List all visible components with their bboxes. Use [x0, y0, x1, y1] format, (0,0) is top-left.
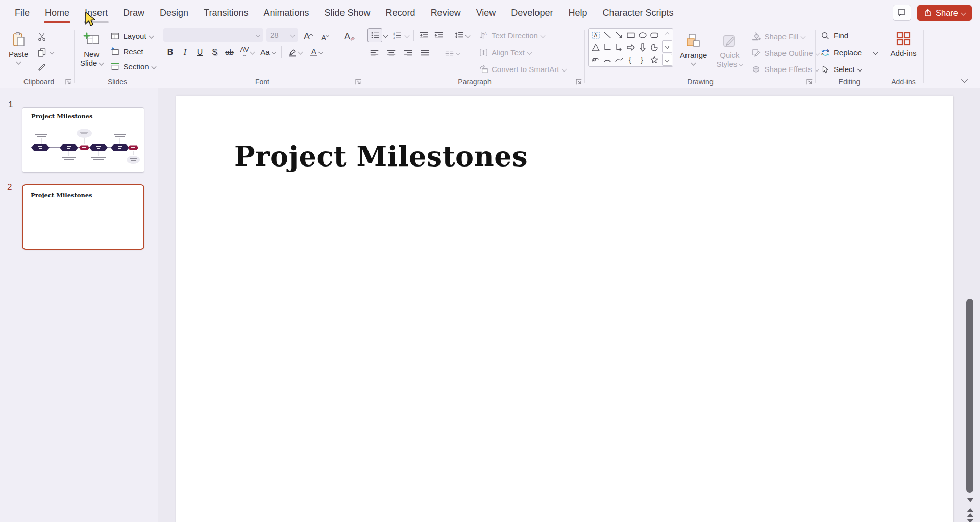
cut-button[interactable] [35, 30, 48, 43]
tab-draw[interactable]: Draw [115, 0, 152, 26]
font-name-input[interactable] [167, 31, 254, 39]
previous-slide-button[interactable] [967, 508, 974, 518]
layout-button[interactable]: Layout [109, 29, 157, 43]
scroll-down-button[interactable] [967, 498, 973, 502]
font-size-combo[interactable] [266, 28, 298, 42]
find-button[interactable]: Find [819, 29, 879, 42]
shape-curve[interactable] [614, 54, 625, 65]
align-right-button[interactable] [401, 46, 415, 60]
shape-oval[interactable] [637, 30, 648, 41]
replace-dropdown-chevron[interactable] [873, 50, 878, 55]
shape-left-brace[interactable]: { [625, 54, 636, 65]
tab-record[interactable]: Record [378, 0, 423, 26]
paste-button[interactable]: Paste [6, 29, 31, 65]
tab-design[interactable]: Design [152, 0, 196, 26]
underline-button[interactable]: U [193, 45, 207, 59]
increase-indent-button[interactable] [432, 29, 446, 42]
shape-textbox[interactable]: A [590, 30, 601, 41]
tab-review[interactable]: Review [423, 0, 469, 26]
change-case-button[interactable]: Aa [258, 45, 278, 59]
align-center-button[interactable] [384, 46, 398, 60]
font-color-button[interactable]: A [306, 45, 327, 59]
replace-button[interactable]: bc Replace [819, 45, 879, 59]
tab-character-scripts[interactable]: Character Scripts [595, 0, 681, 26]
tab-file[interactable]: File [7, 0, 37, 26]
tab-slide-show[interactable]: Slide Show [317, 0, 378, 26]
font-name-combo[interactable] [163, 28, 263, 42]
convert-smartart-button[interactable]: Convert to SmartArt [477, 62, 568, 76]
tab-transitions[interactable]: Transitions [196, 0, 256, 26]
copy-button[interactable] [35, 45, 48, 59]
shape-rounded-rectangle[interactable] [649, 30, 660, 41]
format-painter-button[interactable] [35, 61, 48, 74]
shape-right-brace[interactable]: } [637, 54, 648, 65]
align-text-button[interactable]: Align Text [477, 45, 568, 59]
gallery-scroll-down-button[interactable] [662, 40, 672, 53]
text-shadow-button[interactable]: S [208, 45, 222, 59]
character-spacing-button[interactable]: AV↔ [237, 45, 257, 59]
clear-formatting-button[interactable]: A [342, 29, 356, 42]
quick-styles-button[interactable]: Quick Styles [714, 30, 745, 70]
bullets-dropdown-chevron[interactable] [383, 33, 388, 38]
font-size-input[interactable] [270, 31, 288, 39]
section-button[interactable]: Section [109, 60, 157, 74]
tab-insert[interactable]: Insert [77, 0, 115, 26]
select-button[interactable]: Select [819, 62, 879, 76]
strikethrough-button[interactable]: ab [223, 45, 236, 59]
bullets-button[interactable] [368, 28, 382, 42]
next-slide-button[interactable] [967, 519, 974, 522]
shape-effects-button[interactable]: Shape Effects [749, 62, 821, 76]
collapse-ribbon-button[interactable] [962, 75, 967, 84]
gallery-more-button[interactable] [662, 54, 672, 66]
italic-button[interactable]: I [178, 45, 192, 59]
tab-help[interactable]: Help [560, 0, 595, 26]
clipboard-launcher-icon[interactable] [65, 79, 72, 85]
shape-arrow[interactable] [614, 30, 625, 41]
font-launcher-icon[interactable] [355, 79, 362, 85]
shape-fill-button[interactable]: Shape Fill [749, 30, 821, 43]
align-left-button[interactable] [368, 46, 381, 60]
addins-button[interactable]: Add-ins [888, 28, 919, 59]
paragraph-launcher-icon[interactable] [576, 79, 582, 85]
tab-developer[interactable]: Developer [503, 0, 560, 26]
line-spacing-button[interactable] [452, 29, 472, 42]
shape-down-arrow[interactable] [637, 42, 648, 53]
slide-thumbnail-1[interactable]: Project Milestones [22, 107, 144, 173]
shape-elbow-arrow[interactable] [614, 42, 625, 53]
bold-button[interactable]: B [163, 45, 177, 59]
arrange-button[interactable]: Arrange [677, 30, 709, 66]
shape-outline-button[interactable]: Shape Outline [749, 46, 821, 60]
shape-triangle[interactable] [590, 42, 601, 53]
shape-arc[interactable] [602, 54, 613, 65]
shape-rectangle[interactable] [625, 30, 636, 41]
shrink-font-button[interactable]: A [318, 29, 332, 42]
numbering-button[interactable]: 123 [390, 29, 404, 42]
comments-button[interactable] [893, 5, 911, 21]
highlight-color-button[interactable] [285, 45, 305, 59]
tab-view[interactable]: View [469, 0, 504, 26]
share-button[interactable]: Share [917, 5, 972, 21]
new-slide-button[interactable]: New Slide [78, 29, 106, 69]
grow-font-button[interactable]: A [301, 29, 315, 42]
tab-animations[interactable]: Animations [256, 0, 316, 26]
copy-dropdown-chevron[interactable] [50, 50, 54, 54]
shape-line[interactable] [602, 30, 613, 41]
shape-pie[interactable] [649, 42, 660, 53]
numbering-dropdown-chevron[interactable] [405, 33, 410, 38]
reset-button[interactable]: Reset [109, 44, 157, 58]
justify-button[interactable] [418, 46, 432, 60]
shape-star[interactable] [649, 54, 660, 65]
slide-thumbnail-2[interactable]: Project Milestones [22, 184, 144, 250]
slide-title[interactable]: Project Milestones [234, 140, 528, 173]
tab-home[interactable]: Home [37, 0, 77, 26]
decrease-indent-button[interactable] [417, 29, 431, 42]
drawing-launcher-icon[interactable] [806, 79, 813, 85]
shape-right-arrow[interactable] [625, 42, 636, 53]
shape-scribble[interactable] [590, 54, 601, 65]
gallery-scroll-up-button[interactable] [662, 29, 673, 40]
text-direction-button[interactable]: A Text Direction [477, 29, 568, 42]
slide-canvas[interactable]: Project Milestones [176, 96, 953, 522]
vertical-scrollbar-thumb[interactable] [966, 299, 973, 493]
columns-button[interactable] [443, 46, 462, 60]
shape-elbow-connector[interactable] [602, 42, 613, 53]
